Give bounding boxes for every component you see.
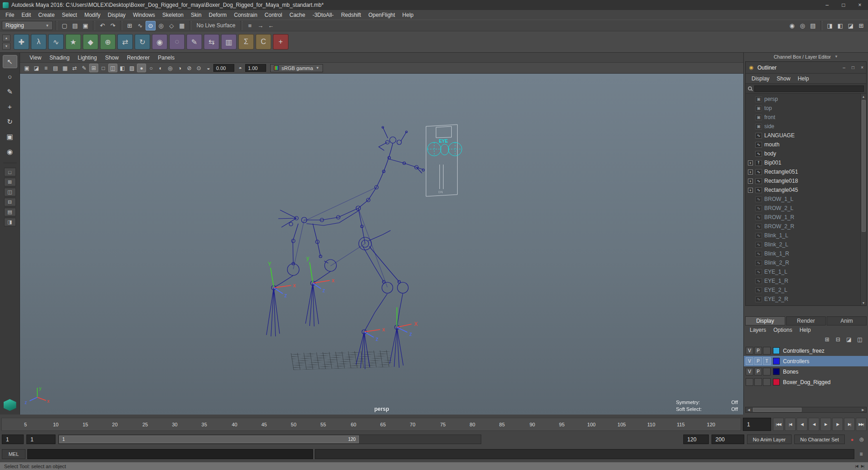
menu-redshift[interactable]: Redshift	[338, 11, 365, 19]
panel-menu-panels[interactable]: Panels	[154, 54, 179, 62]
time-ruler[interactable]: 5101520253035404550556065707580859095100…	[1, 418, 741, 431]
window-close-button[interactable]: ×	[852, 0, 868, 10]
film-gate-icon[interactable]: □	[99, 64, 108, 72]
outliner-item[interactable]: ∿ EYE_2_R	[746, 295, 860, 304]
outliner-item[interactable]: ∿ BROW_2_R	[746, 222, 860, 231]
shelf-mirror-skin-weights-icon[interactable]: ⇆	[204, 34, 219, 50]
shelf-ik-handle-icon[interactable]: λ	[31, 34, 46, 50]
save-scene-icon[interactable]: ▣	[81, 21, 91, 30]
expand-icon[interactable]	[748, 224, 753, 229]
outliner-item[interactable]: ∿ mouth	[746, 140, 860, 149]
hypershade-persp-layout-button[interactable]: ▤	[4, 208, 16, 216]
2d-pan-zoom-icon[interactable]: ⇄	[70, 64, 79, 72]
scroll-up-icon[interactable]: ▲	[862, 94, 865, 99]
outliner-item[interactable]: + ∿ Rectangle045	[746, 185, 860, 195]
menu-set-selector[interactable]: Rigging ▼	[2, 21, 53, 30]
layer-menu-help[interactable]: Help	[796, 326, 814, 334]
layer-row[interactable]: V P Bones	[744, 366, 868, 377]
layer-sort-icon[interactable]: ◫	[855, 335, 864, 344]
grease-pencil-icon[interactable]: ✎	[80, 64, 89, 72]
outliner-close-button[interactable]: ×	[861, 65, 863, 70]
menu-windows[interactable]: Windows	[129, 11, 159, 19]
select-by-input-icon[interactable]: →	[255, 21, 265, 30]
single-pane-layout-button[interactable]: □	[4, 168, 16, 176]
prev-key-mini-icon[interactable]: |◀	[855, 464, 858, 468]
tab-display[interactable]: Display	[745, 316, 785, 325]
layer-row[interactable]: V P Controllers_freez	[744, 345, 868, 356]
shelf-humanik-icon[interactable]: ◆	[83, 34, 98, 50]
scrollbar-thumb[interactable]	[753, 408, 802, 412]
outliner-minimize-button[interactable]: –	[843, 65, 846, 70]
menu-modify[interactable]: Modify	[81, 11, 104, 19]
shelf-unbind-skin-icon[interactable]: ◌	[169, 34, 185, 50]
panel-menu-shading[interactable]: Shading	[45, 54, 74, 62]
menu-display[interactable]: Display	[104, 11, 129, 19]
tab-anim[interactable]: Anim	[827, 316, 867, 325]
shelf-mirror-joint-icon[interactable]: ⇄	[117, 34, 133, 50]
menu-help[interactable]: Help	[399, 11, 417, 19]
exposure-icon[interactable]: ◒	[204, 64, 213, 72]
command-language-toggle[interactable]: MEL	[2, 449, 25, 459]
viewport[interactable]: Y x z y x z x z X z DN	[20, 74, 743, 415]
expand-icon[interactable]	[748, 279, 753, 284]
outliner-item[interactable]: ∿ BROW_1_R	[746, 213, 860, 222]
go-to-end-button[interactable]: ▶▶|	[856, 418, 867, 431]
layer-display-type-cell[interactable]	[763, 347, 771, 355]
menu-constrain[interactable]: Constrain	[230, 11, 261, 19]
auto-keyframe-toggle-icon[interactable]: ●	[848, 435, 857, 444]
layer-display-type-cell[interactable]: T	[763, 357, 771, 365]
outliner-item[interactable]: ▣ persp	[746, 95, 860, 104]
anim-layer-select[interactable]: No Anim Layer	[747, 435, 792, 444]
expand-icon[interactable]	[748, 288, 753, 293]
outliner-menu-help[interactable]: Help	[794, 75, 812, 82]
outliner-item[interactable]: ∿ BROW_2_L	[746, 204, 860, 213]
outliner-item[interactable]: ∿ BROW_1_L	[746, 195, 860, 204]
shelf-menu-icon[interactable]: ▼	[2, 43, 10, 50]
snap-to-view-plane-icon[interactable]: ◇	[167, 21, 177, 30]
menu-edit[interactable]: Edit	[18, 11, 35, 19]
outliner-item[interactable]: ∿ Blink_2_R	[746, 258, 860, 267]
panel-menu-lighting[interactable]: Lighting	[74, 54, 101, 62]
xray-mode-icon[interactable]: ⊘	[185, 64, 194, 72]
panel-menu-view[interactable]: View	[25, 54, 45, 62]
expand-icon[interactable]	[748, 133, 753, 138]
outliner-menu-display[interactable]: Display	[748, 75, 773, 82]
expand-icon[interactable]: +	[748, 188, 753, 193]
layer-playback-cell[interactable]: P	[754, 357, 762, 365]
scale-tool-button[interactable]: ▣	[3, 130, 17, 143]
step-back-key-button[interactable]: |◀	[785, 418, 796, 431]
window-maximize-button[interactable]: □	[835, 0, 852, 10]
snap-to-projected-center-icon[interactable]: ◎	[156, 21, 166, 30]
layer-visibility-cell[interactable]: V	[746, 347, 753, 355]
persp-outliner-layout-button[interactable]: ◫	[4, 188, 16, 196]
layer-playback-cell[interactable]	[754, 378, 762, 386]
grid-toggle-icon[interactable]: ⊞	[89, 64, 98, 72]
menu-skeleton[interactable]: Skeleton	[159, 11, 187, 19]
animation-end-field[interactable]: 200	[712, 435, 744, 444]
character-set-select[interactable]: No Character Set	[794, 435, 845, 444]
scroll-right-icon[interactable]: ▶	[860, 407, 866, 412]
shelf-prev-tab-icon[interactable]: ▲	[2, 35, 10, 41]
outliner-scrollbar[interactable]: ▲ ▼	[860, 94, 866, 305]
layer-color-swatch[interactable]	[773, 368, 780, 375]
select-tool-button[interactable]: ↖	[3, 55, 17, 68]
expand-icon[interactable]	[748, 260, 753, 265]
menu-openflight[interactable]: OpenFlight	[365, 11, 399, 19]
expand-icon[interactable]: +	[748, 170, 753, 175]
play-backwards-button[interactable]: ◀	[808, 418, 819, 431]
layer-row[interactable]: Boxer_Dog_Rigged	[744, 377, 868, 387]
menu-skin[interactable]: Skin	[187, 11, 205, 19]
layer-visibility-cell[interactable]: V	[746, 368, 753, 375]
shelf-paint-skin-weights-icon[interactable]: ✎	[187, 34, 202, 50]
view-transform-select[interactable]: sRGB gamma ▼	[270, 64, 323, 72]
redo-icon[interactable]: ↷	[108, 21, 118, 30]
layer-row[interactable]: V P T Controllers	[744, 356, 868, 366]
outliner-item[interactable]: + ∿ Rectangle018	[746, 176, 860, 185]
step-back-frame-button[interactable]: ◀|	[797, 418, 807, 431]
expand-icon[interactable]	[748, 142, 753, 147]
add-empty-layer-button[interactable]: ⊞	[823, 335, 832, 344]
tab-render[interactable]: Render	[786, 316, 826, 325]
select-by-output-icon[interactable]: ←	[266, 21, 276, 30]
shelf-cluster-icon[interactable]: C	[256, 34, 271, 50]
outliner-item[interactable]: ∿ EYE_2_L	[746, 285, 860, 295]
